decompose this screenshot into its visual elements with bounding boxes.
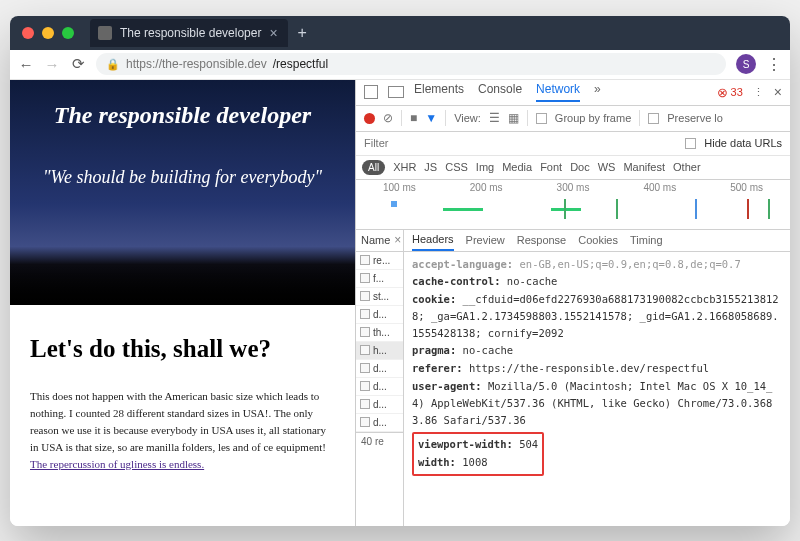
file-icon [360,363,370,373]
network-timeline[interactable]: 100 ms 200 ms 300 ms 400 ms 500 ms [356,180,790,230]
request-row[interactable]: d... [356,306,403,324]
device-toolbar-icon[interactable] [388,86,404,98]
detail-tabs: Headers Preview Response Cookies Timing [404,230,790,252]
request-name: d... [373,363,387,374]
url-path: /respectful [273,57,328,71]
filter-ws[interactable]: WS [598,161,616,173]
reload-button[interactable]: ⟳ [70,55,86,73]
close-window-button[interactable] [22,27,34,39]
new-tab-button[interactable]: + [298,24,307,42]
minimize-window-button[interactable] [42,27,54,39]
file-icon [360,291,370,301]
tab-elements[interactable]: Elements [414,82,464,102]
request-count: 40 re [356,432,403,450]
tick: 400 ms [643,182,676,193]
network-toolbar: ⊘ ■ ▼ View: ☰ ▦ Group by frame Preserve … [356,106,790,132]
view-list-icon[interactable]: ☰ [489,111,500,125]
detail-tab-cookies[interactable]: Cookies [578,234,618,246]
camera-icon[interactable]: ■ [410,111,417,125]
filter-manifest[interactable]: Manifest [623,161,665,173]
request-row[interactable]: re... [356,252,403,270]
address-field[interactable]: 🔒 https://the-responsible.dev/respectful [96,53,726,75]
request-row[interactable]: th... [356,324,403,342]
filter-doc[interactable]: Doc [570,161,590,173]
clear-button[interactable]: ⊘ [383,111,393,125]
tab-overflow-button[interactable]: » [594,82,601,102]
lock-icon: 🔒 [106,58,120,71]
tab-console[interactable]: Console [478,82,522,102]
filter-other[interactable]: Other [673,161,701,173]
devtools-panel: Elements Console Network » 33 ⋮ × ⊘ ■ ▼ … [355,80,790,526]
article-body: Let's do this, shall we? This does not h… [10,305,355,503]
filter-xhr[interactable]: XHR [393,161,416,173]
detail-tab-headers[interactable]: Headers [412,230,454,252]
record-button[interactable] [364,113,375,124]
request-name: d... [373,381,387,392]
detail-tab-timing[interactable]: Timing [630,234,663,246]
detail-tab-response[interactable]: Response [517,234,567,246]
request-name: d... [373,417,387,428]
request-row[interactable]: d... [356,360,403,378]
headers-content[interactable]: accept-language: en-GB,en-US;q=0.9,en;q=… [404,252,790,526]
request-list-header: Name × [356,230,403,252]
detail-tab-preview[interactable]: Preview [466,234,505,246]
request-name: f... [373,273,384,284]
tab-close-button[interactable]: × [269,25,277,41]
request-name: th... [373,327,390,338]
close-details-button[interactable]: × [394,233,401,247]
request-name: h... [373,345,387,356]
group-by-frame-checkbox[interactable] [536,113,547,124]
browser-tab[interactable]: The responsible developer × [90,19,288,47]
filter-input[interactable] [364,137,424,149]
request-name: d... [373,309,387,320]
network-body: Name × re...f...st...d...th...h...d...d.… [356,230,790,526]
tick: 500 ms [730,182,763,193]
request-row[interactable]: d... [356,396,403,414]
tab-network[interactable]: Network [536,82,580,102]
article-paragraph: This does not happen with the American b… [30,388,335,473]
request-row[interactable]: d... [356,378,403,396]
main-area: The responsible developer "We should be … [10,80,790,526]
filter-all[interactable]: All [362,160,385,175]
request-row[interactable]: st... [356,288,403,306]
filter-media[interactable]: Media [502,161,532,173]
view-frame-icon[interactable]: ▦ [508,111,519,125]
profile-avatar[interactable]: S [736,54,756,74]
request-row[interactable]: f... [356,270,403,288]
hero-title: The responsible developer [54,102,311,129]
hero-quote: "We should be building for everybody" [43,164,322,191]
network-filter-row: Hide data URLs [356,132,790,156]
filter-css[interactable]: CSS [445,161,468,173]
forward-button[interactable]: → [44,56,60,73]
inspect-element-icon[interactable] [364,85,378,99]
request-row[interactable]: h... [356,342,403,360]
file-icon [360,381,370,391]
error-count-badge[interactable]: 33 [717,85,743,100]
article-link[interactable]: The repercussion of ugliness is endless. [30,458,204,470]
url-host: https://the-responsible.dev [126,57,267,71]
request-name: st... [373,291,389,302]
file-icon [360,273,370,283]
group-by-frame-label: Group by frame [555,112,631,124]
devtools-tabs: Elements Console Network » [414,82,601,102]
paragraph-text: This does not happen with the American b… [30,390,326,453]
devtools-settings-button[interactable]: ⋮ [753,86,764,99]
filter-icon[interactable]: ▼ [425,111,437,125]
request-name: d... [373,399,387,410]
timeline-bars [356,196,790,226]
page-icon [98,26,112,40]
timeline-ticks: 100 ms 200 ms 300 ms 400 ms 500 ms [356,182,790,193]
request-row[interactable]: d... [356,414,403,432]
filter-js[interactable]: JS [424,161,437,173]
hide-data-urls-checkbox[interactable] [685,138,696,149]
browser-window: The responsible developer × + ← → ⟳ 🔒 ht… [10,16,790,526]
filter-img[interactable]: Img [476,161,494,173]
devtools-close-button[interactable]: × [774,84,782,100]
preserve-log-checkbox[interactable] [648,113,659,124]
page-content: The responsible developer "We should be … [10,80,355,526]
maximize-window-button[interactable] [62,27,74,39]
back-button[interactable]: ← [18,56,34,73]
browser-menu-button[interactable]: ⋮ [766,55,782,74]
filter-font[interactable]: Font [540,161,562,173]
file-icon [360,255,370,265]
